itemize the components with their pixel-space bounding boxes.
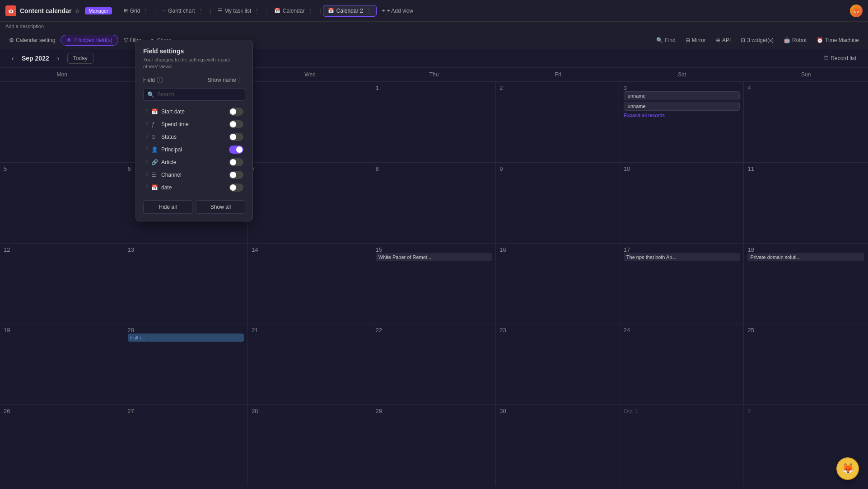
drag-handle-principal[interactable]: ⠿ — [145, 146, 149, 152]
cal-row-2: 5 6 7 8 9 10 11 — [0, 163, 868, 244]
cal-cell-sep30: 30 — [496, 405, 620, 486]
cal-cell-sep4: 4 — [744, 82, 868, 162]
cal-cell-sep13: 13 — [124, 244, 248, 324]
app-title: Content calendar — [20, 7, 71, 14]
cal-cell-sep1: 1 — [372, 82, 496, 162]
expand-all-records[interactable]: Expand all records — [624, 113, 740, 118]
toggle-status[interactable] — [229, 133, 243, 141]
cal-cell-sep22: 22 — [372, 324, 496, 404]
cal-cell-sep20: 20 Full r... — [124, 324, 248, 404]
find-button[interactable]: 🔍 Find — [653, 35, 679, 45]
robot-button[interactable]: 🤖 Robot — [780, 35, 810, 45]
field-name-date: date — [161, 184, 226, 191]
date-label: 4 — [747, 85, 751, 91]
toggle-article[interactable] — [229, 158, 243, 166]
channel-icon: ☰ — [151, 172, 159, 178]
event-white-paper[interactable]: White Paper of Remot... — [376, 253, 492, 261]
toolbar-left: ⚙ Calendar setting 👁 7 hidden field(s) ▽… — [5, 35, 651, 46]
drag-handle-spend-time[interactable]: ⠿ — [145, 121, 149, 127]
mirror-button[interactable]: ⊟ Mirror — [682, 35, 709, 45]
drag-handle-article[interactable]: ⠿ — [145, 159, 149, 165]
tab-tasklist[interactable]: ☰ My task list ⋮ — [213, 5, 264, 16]
gantt-tab-dots[interactable]: ⋮ — [198, 8, 204, 14]
calendar2-tab-dots[interactable]: ⋮ — [366, 8, 372, 14]
user-avatar[interactable]: 🦊 — [850, 5, 863, 17]
toggle-start-date[interactable] — [229, 108, 243, 116]
drag-handle-channel[interactable]: ⠿ — [145, 172, 149, 178]
api-button[interactable]: ⊕ API — [712, 35, 734, 45]
tab-separator-3: | — [266, 7, 267, 14]
today-button[interactable]: Today — [67, 53, 93, 64]
find-icon: 🔍 — [656, 37, 663, 43]
field-item-date[interactable]: ⠿ 📅 date — [143, 181, 245, 194]
gantt-icon: ≡ — [163, 8, 166, 14]
field-label: Field i — [143, 77, 163, 83]
cal-row-3: 12 13 14 15 White Paper of Remot... 16 1… — [0, 244, 868, 324]
tasklist-tab-dots[interactable]: ⋮ — [254, 8, 260, 14]
cal-cell-sep5: 5 — [0, 163, 124, 243]
record-list-button[interactable]: ☰ Record list — [819, 53, 861, 63]
status-icon: ⊙ — [151, 134, 159, 140]
unname-item-2[interactable]: unname — [624, 102, 740, 111]
spend-time-icon: ƒ — [151, 121, 159, 127]
hidden-fields-button[interactable]: 👁 7 hidden field(s) — [61, 35, 118, 46]
add-view-button[interactable]: + + Add view — [378, 5, 418, 16]
list-icon: ☰ — [824, 55, 829, 61]
calendar-setting-button[interactable]: ⚙ Calendar setting — [5, 35, 59, 45]
date-label: 1 — [376, 85, 379, 91]
cal-cell-sep14: 14 — [248, 244, 372, 324]
cal-row-4: 19 20 Full r... 21 22 23 24 25 — [0, 324, 868, 405]
tab-grid[interactable]: ⊞ Grid ⋮ — [119, 5, 154, 16]
toggle-date[interactable] — [229, 183, 243, 192]
filter-icon: ▽ — [124, 37, 128, 43]
show-name-checkbox[interactable] — [239, 77, 245, 83]
show-all-button[interactable]: Show all — [196, 200, 245, 214]
cal-cell-sep21: 21 — [248, 324, 372, 404]
cal-cell-sep23: 23 — [496, 324, 620, 404]
header-mon: Mon — [0, 68, 124, 81]
field-item-article[interactable]: ⠿ 🔗 Article — [143, 156, 245, 169]
field-name-article: Article — [161, 159, 226, 165]
field-settings-overlay: Field settings Your changes to the setti… — [135, 40, 253, 221]
field-item-start-date[interactable]: ⠿ 📅 Start date — [143, 105, 245, 118]
current-month: Sep 2022 — [22, 55, 49, 62]
cal-cell-sep15: 15 White Paper of Remot... — [372, 244, 496, 324]
cal-cell-sep29: 29 — [372, 405, 496, 486]
calendar-tab-dots[interactable]: ⋮ — [308, 8, 313, 14]
field-item-spend-time[interactable]: ⠿ ƒ Spend time — [143, 118, 245, 131]
time-machine-button[interactable]: ⏰ Time Machine — [813, 35, 863, 45]
field-item-channel[interactable]: ⠿ ☰ Channel — [143, 169, 245, 181]
drag-handle-date[interactable]: ⠿ — [145, 184, 149, 190]
widgets-button[interactable]: ⊡ 3 widget(s) — [737, 35, 777, 45]
search-input[interactable] — [157, 91, 241, 98]
cal-cell-sep2: 2 — [496, 82, 620, 162]
tab-gantt[interactable]: ≡ Gantt chart ⋮ — [159, 5, 208, 16]
info-icon[interactable]: i — [157, 77, 163, 83]
event-nps[interactable]: The nps that both Ap... — [624, 253, 740, 261]
bot-icon-corner[interactable]: 🦊 — [836, 457, 859, 480]
field-item-status[interactable]: ⠿ ⊙ Status — [143, 131, 245, 143]
toggle-spend-time[interactable] — [229, 120, 243, 128]
toggle-principal[interactable] — [229, 146, 243, 154]
full-r-event[interactable]: Full r... — [128, 334, 244, 342]
toggle-channel[interactable] — [229, 171, 243, 179]
drag-handle-start-date[interactable]: ⠿ — [145, 108, 149, 114]
unname-item-1[interactable]: unname — [624, 91, 740, 100]
robot-icon: 🤖 — [784, 37, 790, 43]
tab-separator-1: | — [155, 7, 156, 14]
popup-subtitle: Your changes to the settings will impact… — [143, 56, 245, 71]
calendar-header: Mon Tue Wed Thu Fri Sat Sun — [0, 68, 868, 82]
star-icon[interactable]: ☆ — [75, 7, 80, 14]
next-month-button[interactable]: › — [53, 53, 64, 64]
popup-field-row: Field i Show name — [143, 77, 245, 83]
event-private-domain[interactable]: Private domain soluti... — [747, 253, 864, 261]
drag-handle-status[interactable]: ⠿ — [145, 134, 149, 140]
tab-calendar2[interactable]: 📅 Calendar 2 ⋮ — [323, 5, 377, 17]
grid-tab-dots[interactable]: ⋮ — [143, 8, 149, 14]
plus-icon: + — [382, 8, 385, 14]
hide-all-button[interactable]: Hide all — [143, 200, 192, 214]
field-item-principal[interactable]: ⠿ 👤 Principal — [143, 143, 245, 156]
prev-month-button[interactable]: ‹ — [7, 53, 18, 64]
cal-cell-aug29 — [0, 82, 124, 162]
tab-calendar[interactable]: 📅 Calendar ⋮ — [270, 5, 318, 16]
